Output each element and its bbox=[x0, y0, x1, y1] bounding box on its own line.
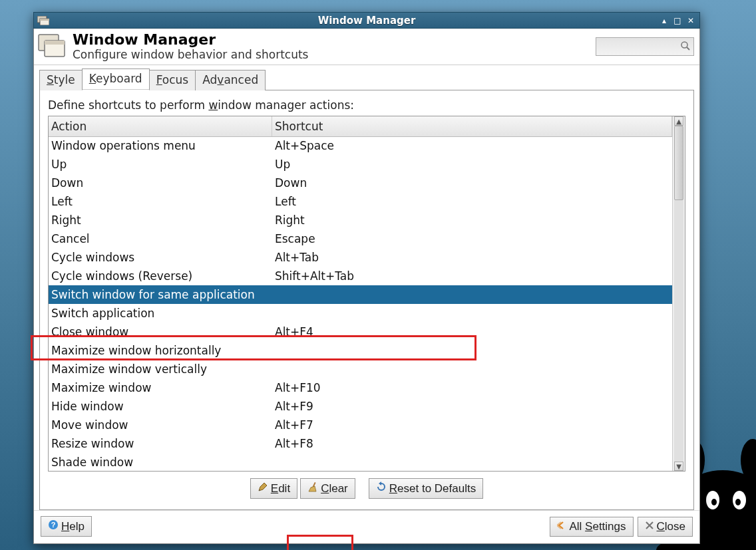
table-row[interactable]: Maximize window vertically bbox=[49, 360, 672, 378]
reset-to-defaults-button[interactable]: Reset to Defaults bbox=[369, 478, 483, 499]
table-row[interactable]: RightRight bbox=[49, 211, 672, 229]
column-header-shortcut[interactable]: Shortcut bbox=[272, 116, 672, 136]
cell-action: Cycle windows (Reverse) bbox=[49, 269, 272, 283]
svg-point-15 bbox=[681, 42, 687, 48]
cell-shortcut: Right bbox=[272, 213, 672, 227]
table-row[interactable]: Hide windowAlt+F9 bbox=[49, 397, 672, 416]
close-button[interactable]: Close bbox=[638, 517, 693, 537]
table-row[interactable]: Maximize windowAlt+F10 bbox=[49, 378, 672, 397]
maximize-button[interactable]: □ bbox=[673, 16, 682, 25]
cell-action: Switch application bbox=[49, 307, 272, 320]
cell-shortcut: Alt+F7 bbox=[272, 418, 672, 432]
table-row[interactable]: Switch application bbox=[49, 304, 672, 323]
scrollbar-vertical[interactable]: ▲ ▼ bbox=[672, 116, 685, 471]
cell-action: Close window bbox=[49, 325, 272, 339]
window-manager-icon bbox=[37, 31, 67, 62]
tab-container: StyleKeyboardFocusAdvanced Define shortc… bbox=[34, 65, 699, 510]
table-row[interactable]: DownDown bbox=[49, 174, 672, 192]
page-subtitle: Configure window behavior and shortcuts bbox=[73, 48, 590, 61]
scroll-up-button[interactable]: ▲ bbox=[674, 116, 683, 126]
page-title: Window Manager bbox=[73, 32, 590, 48]
column-header-action[interactable]: Action bbox=[49, 116, 272, 136]
cell-shortcut: Down bbox=[272, 176, 672, 190]
roll-up-button[interactable]: ▴ bbox=[660, 16, 669, 25]
cell-action: Cancel bbox=[49, 232, 272, 245]
table-row[interactable]: CancelEscape bbox=[49, 229, 672, 248]
help-button[interactable]: ? Help bbox=[41, 516, 92, 537]
clear-button[interactable]: Clear bbox=[300, 478, 355, 499]
svg-rect-14 bbox=[45, 41, 65, 45]
cell-shortcut: Shift+Alt+Tab bbox=[272, 269, 672, 283]
table-row[interactable]: Move windowAlt+F7 bbox=[49, 416, 672, 434]
table-row[interactable]: Shade window bbox=[49, 453, 672, 471]
table-row[interactable]: UpUp bbox=[49, 155, 672, 174]
cell-action: Move window bbox=[49, 418, 272, 432]
cell-action: Maximize window vertically bbox=[49, 362, 272, 376]
edit-button[interactable]: Edit bbox=[250, 478, 297, 499]
cell-shortcut: Escape bbox=[272, 232, 672, 245]
tab-keyboard[interactable]: Keyboard bbox=[82, 69, 150, 90]
table-row[interactable]: Resize windowAlt+F8 bbox=[49, 434, 672, 453]
cell-action: Left bbox=[49, 195, 272, 208]
revert-icon bbox=[376, 481, 387, 495]
cell-action: Switch window for same application bbox=[49, 288, 272, 301]
all-settings-button[interactable]: All Settings bbox=[550, 517, 633, 537]
scroll-thumb[interactable] bbox=[674, 126, 683, 200]
pencil-icon bbox=[258, 481, 268, 495]
cell-action: Cycle windows bbox=[49, 251, 272, 264]
cell-shortcut: Alt+F4 bbox=[272, 325, 672, 339]
cell-shortcut: Alt+F9 bbox=[272, 400, 672, 413]
window: Window Manager ▴ □ ✕ Window Manager Conf… bbox=[33, 12, 700, 544]
cell-shortcut: Up bbox=[272, 158, 672, 171]
svg-text:?: ? bbox=[51, 521, 56, 529]
search-icon bbox=[680, 41, 691, 53]
window-title: Window Manager bbox=[34, 15, 699, 27]
footer: ? Help All Settings Close bbox=[34, 510, 699, 543]
cell-action: Maximize window bbox=[49, 381, 272, 394]
cell-action: Resize window bbox=[49, 437, 272, 450]
table-row[interactable]: Switch window for same application bbox=[49, 285, 672, 304]
svg-point-7 bbox=[711, 499, 717, 505]
cell-action: Right bbox=[49, 213, 272, 227]
cell-shortcut: Left bbox=[272, 195, 672, 208]
close-icon bbox=[645, 520, 654, 533]
shortcut-list[interactable]: Action Shortcut Window operations menuAl… bbox=[49, 116, 672, 471]
cell-action: Up bbox=[49, 158, 272, 171]
header: Window Manager Configure window behavior… bbox=[34, 29, 699, 65]
svg-rect-11 bbox=[40, 19, 49, 21]
search-input[interactable] bbox=[596, 37, 694, 56]
tab-style[interactable]: Style bbox=[39, 70, 83, 90]
table-row[interactable]: LeftLeft bbox=[49, 192, 672, 211]
table-row[interactable]: Window operations menuAlt+Space bbox=[49, 136, 672, 155]
cell-shortcut: Alt+Tab bbox=[272, 251, 672, 264]
table-row[interactable]: Cycle windows (Reverse)Shift+Alt+Tab bbox=[49, 267, 672, 285]
cell-action: Maximize window horizontally bbox=[49, 344, 272, 357]
cell-action: Hide window bbox=[49, 400, 272, 413]
instruction-label: Define shortcuts to perform window manag… bbox=[48, 98, 685, 112]
svg-point-8 bbox=[735, 499, 741, 505]
cell-action: Window operations menu bbox=[49, 139, 272, 152]
cell-shortcut: Alt+F8 bbox=[272, 437, 672, 450]
svg-line-16 bbox=[687, 47, 689, 50]
titlebar[interactable]: Window Manager ▴ □ ✕ bbox=[33, 12, 700, 29]
help-icon: ? bbox=[48, 519, 59, 533]
broom-icon bbox=[307, 481, 318, 495]
cell-shortcut: Alt+F10 bbox=[272, 381, 672, 394]
table-row[interactable]: Close windowAlt+F4 bbox=[49, 323, 672, 341]
table-row[interactable]: Cycle windowsAlt+Tab bbox=[49, 248, 672, 267]
scroll-down-button[interactable]: ▼ bbox=[674, 462, 683, 471]
tab-advanced[interactable]: Advanced bbox=[195, 70, 266, 90]
table-row[interactable]: Maximize window horizontally bbox=[49, 341, 672, 360]
cell-shortcut: Alt+Space bbox=[272, 139, 672, 152]
close-window-button[interactable]: ✕ bbox=[686, 16, 695, 25]
back-icon bbox=[557, 520, 566, 533]
cell-action: Shade window bbox=[49, 456, 272, 469]
cell-action: Down bbox=[49, 176, 272, 190]
tab-keyboard-page: Define shortcuts to perform window manag… bbox=[39, 90, 694, 510]
tab-focus[interactable]: Focus bbox=[149, 70, 196, 90]
window-manager-icon bbox=[35, 15, 51, 27]
